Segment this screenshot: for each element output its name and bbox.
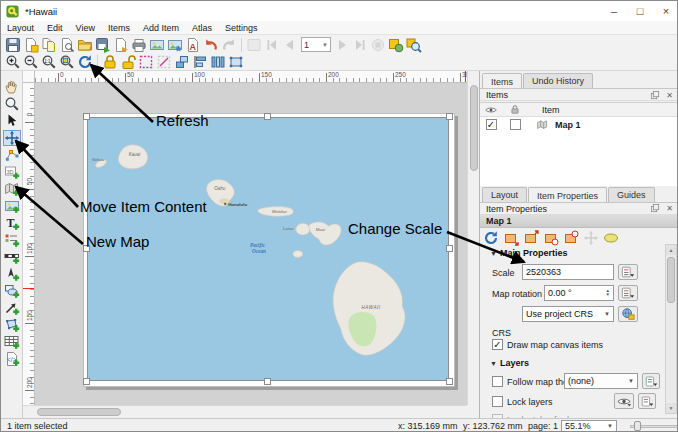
duplicate-layout-icon[interactable] xyxy=(40,36,58,53)
preview-atlas-icon[interactable] xyxy=(405,36,423,53)
set-map-scale-icon[interactable] xyxy=(542,229,560,246)
add-picture-icon[interactable] xyxy=(3,198,21,214)
lock-layers-checkbox[interactable] xyxy=(492,396,503,407)
export-pdf-icon[interactable]: A xyxy=(184,36,202,53)
close-button[interactable]: × xyxy=(653,1,678,21)
scale-input[interactable]: 2520363 xyxy=(522,264,614,280)
save-layout-icon[interactable] xyxy=(4,36,22,53)
zoom-level-dropdown[interactable]: 55.1%▼ xyxy=(561,420,617,432)
rotation-data-defined-button[interactable] xyxy=(618,285,638,301)
view-extent-in-canvas-icon[interactable] xyxy=(522,229,540,246)
deselect-all-icon[interactable] xyxy=(155,54,173,71)
selection-handle-e[interactable] xyxy=(446,245,453,252)
zoom-full-icon[interactable] xyxy=(58,54,76,71)
resize-items-icon[interactable] xyxy=(227,54,245,71)
menu-item-view[interactable]: View xyxy=(76,23,95,33)
add-node-item-icon[interactable] xyxy=(3,317,21,333)
add-legend-icon[interactable] xyxy=(3,232,21,248)
unlock-items-icon[interactable] xyxy=(119,54,137,71)
lock-layers-data-defined-button[interactable] xyxy=(638,393,656,409)
lock-layers-eye-button[interactable] xyxy=(614,393,634,409)
zoom-actual-icon[interactable]: 1:1 xyxy=(40,54,58,71)
set-map-extent-icon[interactable] xyxy=(502,229,520,246)
zoom-slider[interactable] xyxy=(630,420,678,432)
crs-dropdown[interactable]: Use project CRS▼ xyxy=(522,306,614,322)
select-move-item-icon[interactable] xyxy=(3,113,21,129)
horizontal-scrollbar[interactable] xyxy=(23,405,467,418)
export-image-icon[interactable] xyxy=(148,36,166,53)
zoom-out-icon[interactable] xyxy=(22,54,40,71)
export-svg-icon[interactable] xyxy=(166,36,184,53)
theme-data-defined-button[interactable] xyxy=(642,373,660,389)
lock-items-icon[interactable] xyxy=(101,54,119,71)
interactively-edit-map-icon[interactable] xyxy=(602,229,620,246)
open-layout-icon[interactable] xyxy=(76,36,94,53)
vertical-scrollbar[interactable] xyxy=(467,71,479,405)
minimize-button[interactable]: – xyxy=(601,1,627,21)
selection-handle-se[interactable] xyxy=(446,378,453,385)
selection-handle-n[interactable] xyxy=(264,113,271,120)
follow-map-theme-checkbox[interactable] xyxy=(492,376,503,387)
properties-scrollbar[interactable]: ▲ ▼ xyxy=(665,244,677,414)
select-all-icon[interactable] xyxy=(137,54,155,71)
print-icon[interactable] xyxy=(130,36,148,53)
add-shape-icon[interactable] xyxy=(3,283,21,299)
items-row-map1[interactable]: Map 1 xyxy=(480,117,678,132)
menu-item-settings[interactable]: Settings xyxy=(225,23,258,33)
refresh-map-preview-icon[interactable] xyxy=(482,229,500,246)
load-template-icon[interactable] xyxy=(112,36,130,53)
menu-item-layout[interactable]: Layout xyxy=(7,23,34,33)
draw-canvas-items-checkbox[interactable] xyxy=(492,339,503,350)
layers-section[interactable]: ▼Layers xyxy=(490,358,529,368)
menu-item-edit[interactable]: Edit xyxy=(47,23,63,33)
refresh-icon[interactable] xyxy=(76,54,94,71)
selection-handle-ne[interactable] xyxy=(446,113,453,120)
view-scale-in-canvas-icon[interactable] xyxy=(562,229,580,246)
save-as-template-icon[interactable] xyxy=(94,36,112,53)
scroll-down-icon[interactable]: ▼ xyxy=(666,403,676,413)
menu-item-atlas[interactable]: Atlas xyxy=(192,23,212,33)
spin-arrows-icon[interactable]: ▲▼ xyxy=(606,289,610,297)
visibility-checkbox[interactable] xyxy=(486,119,497,130)
add-3d-map-icon[interactable]: 3D xyxy=(3,164,21,180)
add-html-frame-icon[interactable]: </> xyxy=(3,351,21,367)
atlas-page-spinbox[interactable]: 1▼ xyxy=(301,37,331,52)
edit-nodes-item-icon[interactable] xyxy=(3,147,21,163)
zoom-slider-handle[interactable] xyxy=(634,421,641,431)
scale-data-defined-button[interactable] xyxy=(618,264,638,280)
raise-items-icon[interactable] xyxy=(173,54,191,71)
add-scalebar-icon[interactable] xyxy=(3,249,21,265)
add-label-icon[interactable]: T xyxy=(3,215,21,231)
menu-item-add-item[interactable]: Add Item xyxy=(143,23,179,33)
rotation-spinbox[interactable]: 0.00 ° ▲▼ xyxy=(544,285,614,301)
float-panel-icon[interactable] xyxy=(650,203,661,214)
lock-checkbox[interactable] xyxy=(510,119,521,130)
add-north-arrow-icon[interactable] xyxy=(3,266,21,282)
atlas-settings-icon[interactable] xyxy=(387,36,405,53)
zoom-tool-icon[interactable] xyxy=(3,96,21,112)
close-panel-icon[interactable]: ✕ xyxy=(664,90,675,101)
float-panel-icon[interactable] xyxy=(650,90,661,101)
add-arrow-icon[interactable] xyxy=(3,300,21,316)
selection-handle-s[interactable] xyxy=(264,378,271,385)
selection-handle-nw[interactable] xyxy=(83,113,90,120)
scale-label: Scale xyxy=(492,268,515,278)
new-layout-icon[interactable] xyxy=(22,36,40,53)
menu-item-items[interactable]: Items xyxy=(108,23,130,33)
undo-icon[interactable] xyxy=(202,36,220,53)
maximize-button[interactable]: □ xyxy=(627,1,653,21)
distribute-items-icon[interactable] xyxy=(209,54,227,71)
main-properties-section[interactable]: ▼Main Properties xyxy=(490,248,567,258)
scroll-up-icon[interactable]: ▲ xyxy=(666,245,676,255)
close-panel-icon[interactable]: ✕ xyxy=(664,203,675,214)
select-crs-button[interactable] xyxy=(618,306,638,322)
align-items-icon[interactable] xyxy=(191,54,209,71)
zoom-in-icon[interactable] xyxy=(4,54,22,71)
map-theme-dropdown[interactable]: (none)▼ xyxy=(564,373,638,389)
move-item-content-icon[interactable] xyxy=(3,130,21,146)
add-map-icon[interactable] xyxy=(3,181,21,197)
selection-handle-sw[interactable] xyxy=(83,378,90,385)
pan-icon[interactable] xyxy=(3,79,21,95)
add-attribute-table-icon[interactable] xyxy=(3,334,21,350)
layout-manager-icon[interactable] xyxy=(58,36,76,53)
